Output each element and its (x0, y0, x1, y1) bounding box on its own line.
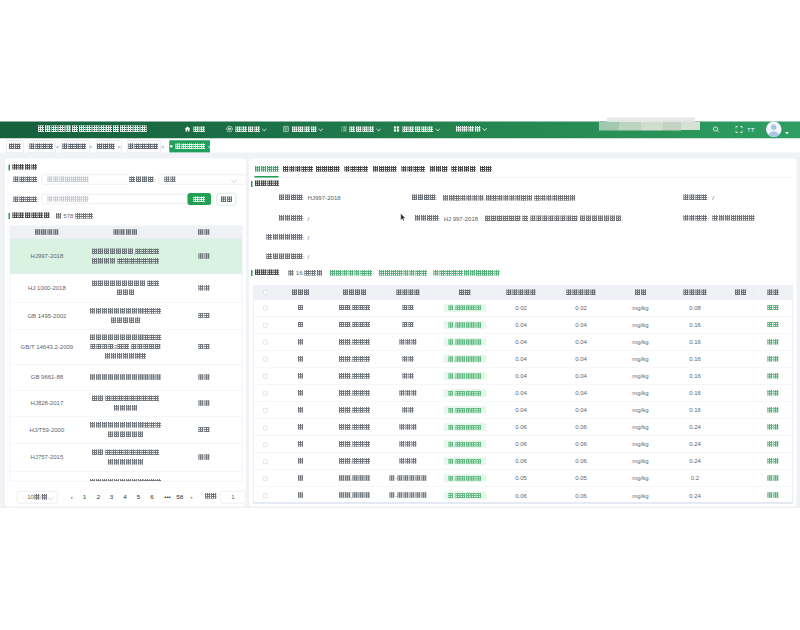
svg-text:T: T (751, 126, 755, 133)
